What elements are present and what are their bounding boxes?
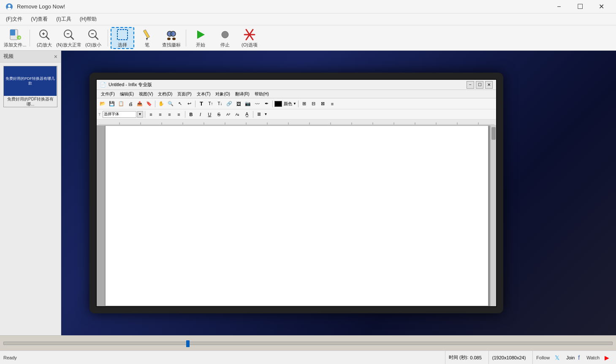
color-arrow[interactable]: ▼ xyxy=(293,102,296,106)
inner-layer[interactable]: ≡ xyxy=(328,100,336,108)
inner-menu-help[interactable]: 帮助(H) xyxy=(252,91,271,97)
inner-arrow[interactable]: ↖ xyxy=(176,100,184,108)
inner-menu-doc[interactable]: 文档(D) xyxy=(155,91,175,97)
underline[interactable]: U xyxy=(206,110,214,119)
timeline-track[interactable] xyxy=(3,342,613,345)
menu-file[interactable]: (F)文件 xyxy=(2,14,27,24)
thumbnail-label: 免费好用的PDF转换器有哪... xyxy=(4,97,57,107)
video-area: 📄 Untitled - Infix 专业版 − ☐ ✕ 文件(F) xyxy=(61,51,616,335)
add-file-label: 添加文件... xyxy=(4,42,26,47)
menu-bar: (F)文件 (V)查看 (I)工具 (H)帮助 xyxy=(0,14,616,25)
video-thumbnail[interactable]: 免费好用的PDF转换器有哪几款 免费好用的PDF转换器有哪... xyxy=(3,66,57,107)
zoom-normal-button[interactable]: (N)放大正常 xyxy=(57,27,81,49)
inner-image[interactable]: 🖼 xyxy=(234,100,243,108)
inner-link[interactable]: 🔗 xyxy=(225,100,233,108)
pen-icon xyxy=(140,28,154,41)
app-title: Remove Logo Now! xyxy=(17,3,65,10)
inner-curve[interactable]: 〰 xyxy=(253,100,261,108)
options-button[interactable]: (O)选项 xyxy=(238,27,261,49)
highlight[interactable]: A̲ xyxy=(243,110,251,119)
inner-maximize[interactable]: ☐ xyxy=(476,81,483,89)
find-logo-button[interactable]: 查找徽标 xyxy=(160,27,183,49)
toolbar: + 添加文件... (Z)放大 (N)放大正常 xyxy=(0,25,616,51)
align-right[interactable]: ≡ xyxy=(166,110,174,119)
inner-zoom-search[interactable]: 🔍 xyxy=(166,100,175,108)
para-arrow[interactable]: ▼ xyxy=(264,112,268,116)
inner-hand[interactable]: ✋ xyxy=(157,100,166,108)
inner-text3[interactable]: T↓ xyxy=(216,100,224,108)
add-file-button[interactable]: + 添加文件... xyxy=(3,27,27,49)
svg-line-15 xyxy=(95,36,98,39)
inner-print[interactable]: 🖨 xyxy=(126,100,135,108)
thumbnail-text: 免费好用的PDF转换器有哪几款 xyxy=(5,76,55,86)
italic[interactable]: I xyxy=(196,110,205,119)
status-bar: Ready 时间 (秒): 0.085 (1920x1080x24) Follo… xyxy=(0,350,616,364)
inner-text-tool[interactable]: T xyxy=(197,100,206,108)
time-label: 时间 (秒): xyxy=(449,354,468,361)
start-button[interactable]: 开始 xyxy=(189,27,212,49)
sidebar-close-button[interactable]: × xyxy=(54,53,57,60)
inner-group[interactable]: ⊞ xyxy=(300,100,309,108)
para-spacing[interactable]: ≣ xyxy=(255,110,263,119)
inner-close[interactable]: ✕ xyxy=(485,81,493,89)
inner-menu-text[interactable]: 文本(T) xyxy=(194,91,213,97)
vertical-scrollbar[interactable] xyxy=(490,125,496,306)
inner-ungroup[interactable]: ⊟ xyxy=(309,100,318,108)
inner-menu-file[interactable]: 文件(F) xyxy=(98,91,117,97)
inner-menu-object[interactable]: 对象(O) xyxy=(213,91,232,97)
inner-menu-edit[interactable]: 编辑(E) xyxy=(117,91,136,97)
youtube-icon[interactable]: ▶ xyxy=(605,354,609,361)
zoom-in-icon xyxy=(38,28,51,41)
strikethrough[interactable]: S xyxy=(215,110,223,119)
inner-copy[interactable]: 📋 xyxy=(117,100,125,108)
inner-pen2[interactable]: ✒ xyxy=(262,100,271,108)
scroll-thumb[interactable] xyxy=(491,127,496,140)
inner-menu-view[interactable]: 视图(V) xyxy=(136,91,155,97)
zoom-normal-label: (N)放大正常 xyxy=(56,42,81,47)
select-button[interactable]: 选择 xyxy=(111,27,134,49)
inner-text2[interactable]: T↑ xyxy=(206,100,215,108)
left-margin xyxy=(97,125,105,306)
font-select[interactable]: 选择字体 xyxy=(103,111,136,118)
stop-button[interactable]: 停止 xyxy=(213,27,237,49)
inner-export[interactable]: 📤 xyxy=(136,100,144,108)
inner-camera[interactable]: 📷 xyxy=(244,100,252,108)
close-button[interactable]: ✕ xyxy=(592,0,611,14)
inner-undo[interactable]: ↩ xyxy=(185,100,193,108)
inner-save[interactable]: 💾 xyxy=(108,100,116,108)
bold[interactable]: B xyxy=(187,110,195,119)
minimize-button[interactable]: − xyxy=(549,0,569,14)
menu-help[interactable]: (H)帮助 xyxy=(76,14,101,24)
pen-button[interactable]: 笔 xyxy=(135,27,159,49)
time-value: 0.085 xyxy=(470,355,482,360)
color-label: 颜色 xyxy=(284,101,292,107)
inner-minimize[interactable]: − xyxy=(467,81,474,89)
subscript[interactable]: A₂ xyxy=(233,110,242,119)
zoom-in-button[interactable]: (Z)放大 xyxy=(33,27,56,49)
color-swatch[interactable] xyxy=(274,101,282,107)
inner-arrange[interactable]: ⊠ xyxy=(319,100,327,108)
superscript[interactable]: A² xyxy=(224,110,233,119)
timeline-cursor[interactable] xyxy=(186,340,190,347)
inner-menu-translate[interactable]: 翻译(R) xyxy=(233,91,252,97)
time-section: 时间 (秒): 0.085 xyxy=(445,351,485,364)
zoom-normal-icon xyxy=(62,28,76,41)
align-justify[interactable]: ≡ xyxy=(175,110,183,119)
svg-point-2 xyxy=(7,8,11,10)
svg-line-10 xyxy=(46,36,49,39)
menu-tools[interactable]: (I)工具 xyxy=(52,14,75,24)
twitter-icon[interactable]: 𝕏 xyxy=(555,354,559,361)
align-left[interactable]: ≡ xyxy=(147,110,155,119)
text-tool-indicator: T xyxy=(98,112,101,117)
facebook-icon[interactable]: f xyxy=(578,354,580,361)
inner-open[interactable]: 📂 xyxy=(98,100,107,108)
maximize-button[interactable]: ☐ xyxy=(570,0,590,14)
inner-expand[interactable]: 🔖 xyxy=(145,100,153,108)
inner-menu-page[interactable]: 页面(P) xyxy=(175,91,194,97)
font-arrow[interactable]: ▼ xyxy=(137,111,143,118)
menu-view[interactable]: (V)查看 xyxy=(27,14,52,24)
zoom-out-button[interactable]: (O)放小 xyxy=(81,27,105,49)
resolution-section: (1920x1080x24) xyxy=(488,351,529,364)
pdf-page[interactable] xyxy=(105,125,488,306)
align-center[interactable]: ≡ xyxy=(156,110,165,119)
